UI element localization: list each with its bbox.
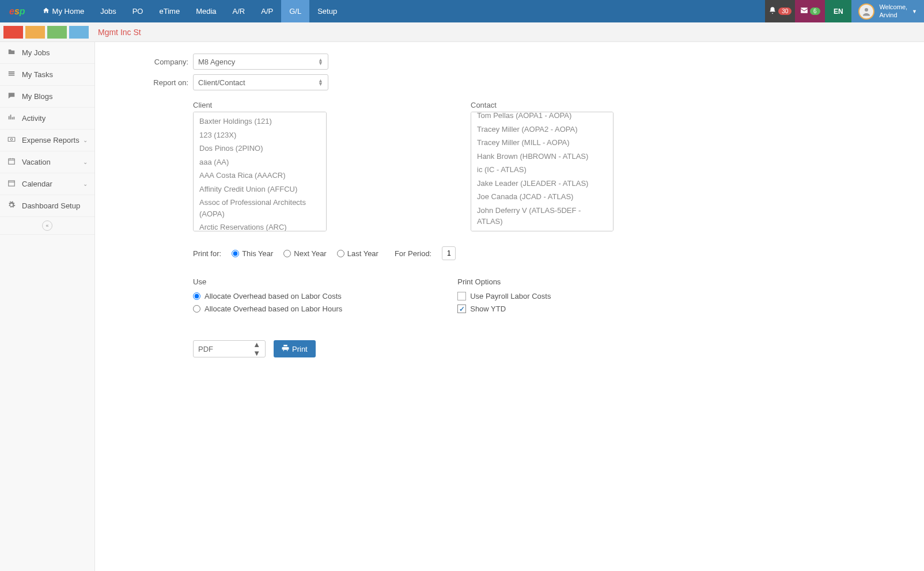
- nav-item-po[interactable]: PO: [124, 0, 152, 22]
- contact-option[interactable]: Tom Pellas (AOPA1 - AOPA): [471, 112, 613, 123]
- contact-option[interactable]: Tracey Miller (MILL - AOPA): [471, 136, 613, 150]
- use-radio-1[interactable]: [193, 305, 200, 313]
- comment-icon: [7, 92, 18, 101]
- report-on-select[interactable]: Client/Contact ▲▼: [193, 74, 328, 90]
- page-title: Mgmt Inc St: [98, 28, 141, 37]
- nav-label: G/L: [289, 7, 301, 16]
- calendar-icon: [7, 157, 18, 167]
- nav-label: My Home: [52, 7, 85, 16]
- nav-label: PO: [132, 7, 143, 16]
- logo: esp: [0, 0, 35, 22]
- sidebar-item-expense-reports[interactable]: Expense Reports⌄: [0, 130, 94, 151]
- mail-badge: 6: [810, 7, 820, 15]
- print-for-radio-0[interactable]: [232, 250, 239, 257]
- period-input[interactable]: [442, 246, 456, 260]
- sidebar-label: Expense Reports: [22, 136, 79, 144]
- client-option[interactable]: Arctic Reservations (ARC): [194, 220, 326, 231]
- nav-item-etime[interactable]: eTime: [151, 0, 188, 22]
- client-option[interactable]: Baxter Holdings (121): [194, 115, 326, 128]
- print-for-opt-label: Last Year: [347, 249, 378, 258]
- print-for-radio-2[interactable]: [337, 250, 344, 257]
- nav-label: A/P: [261, 7, 273, 16]
- contact-option[interactable]: ic (IC - ATLAS): [471, 163, 613, 177]
- language-button[interactable]: EN: [825, 0, 851, 22]
- svg-rect-4: [9, 181, 15, 186]
- sidebar-label: My Jobs: [22, 48, 50, 57]
- report-on-value: Client/Contact: [198, 78, 245, 87]
- nav-label: A/R: [233, 7, 245, 16]
- caret-icon: ▲▼: [253, 340, 260, 357]
- contact-listbox[interactable]: Tom Pellas (AOPA1 - AOPA)Tracey Miller (…: [471, 112, 614, 231]
- company-label: Company:: [118, 58, 188, 66]
- client-label: Client: [193, 101, 327, 109]
- topright: 30 6 EN Welcome, Arvind ▼: [765, 0, 924, 22]
- sidebar-item-dashboard-setup[interactable]: Dashboard Setup: [0, 195, 94, 217]
- sidebar-item-calendar[interactable]: Calendar⌄: [0, 173, 94, 195]
- sidebar-label: Dashboard Setup: [22, 201, 80, 210]
- nav-item-gl[interactable]: G/L: [281, 0, 309, 22]
- print-for-radio-1[interactable]: [283, 250, 291, 257]
- envelope-icon: [800, 6, 808, 16]
- home-icon: [43, 7, 50, 16]
- gear-icon: [7, 201, 18, 211]
- client-option[interactable]: Affinity Credit Union (AFFCU): [194, 182, 326, 196]
- svg-point-0: [865, 8, 868, 12]
- contact-option[interactable]: Joe Canada (JCAD - ATLAS): [471, 190, 613, 204]
- sidebar-label: My Blogs: [22, 92, 52, 101]
- client-option[interactable]: Assoc of Professional Architects (AOPA): [194, 196, 326, 220]
- chevron-down-icon: ⌄: [83, 137, 88, 143]
- sidebar-item-my-jobs[interactable]: My Jobs: [0, 42, 94, 64]
- nav-item-jobs[interactable]: Jobs: [92, 0, 124, 22]
- bell-icon: [768, 6, 777, 16]
- subheader: Mgmt Inc St: [0, 22, 924, 42]
- contact-option[interactable]: John Deferry V (ATLAS-5DEF - ATLAS): [471, 204, 613, 229]
- use-radio-0[interactable]: [193, 292, 200, 300]
- contact-option[interactable]: Penny Frank (PFRANK - ATLAS): [471, 229, 613, 232]
- user-text: Welcome, Arvind: [879, 3, 907, 18]
- nav-item-myhome[interactable]: My Home: [35, 0, 93, 22]
- client-option[interactable]: AAA Costa Rica (AAACR): [194, 169, 326, 182]
- client-option[interactable]: Dos Pinos (2PINO): [194, 142, 326, 155]
- show-ytd-label: Show YTD: [470, 304, 506, 313]
- format-select[interactable]: PDF ▲▼: [193, 340, 266, 357]
- svg-rect-1: [8, 138, 15, 142]
- payroll-checkbox[interactable]: [457, 292, 466, 300]
- folder-icon: [7, 48, 18, 58]
- print-options-label: Print Options: [457, 277, 551, 286]
- messages-button[interactable]: 6: [795, 0, 825, 22]
- notifications-button[interactable]: 30: [765, 0, 795, 22]
- contact-option[interactable]: Hank Brown (HBROWN - ATLAS): [471, 150, 613, 163]
- nav-item-ap[interactable]: A/P: [253, 0, 281, 22]
- nav-item-ar[interactable]: A/R: [225, 0, 253, 22]
- nav-item-media[interactable]: Media: [188, 0, 224, 22]
- sidebar-item-my-tasks[interactable]: My Tasks: [0, 64, 94, 86]
- contact-option[interactable]: Tracey Miller (AOPA2 - AOPA): [471, 123, 613, 136]
- calendar2-icon: [7, 179, 18, 189]
- sidebar-label: Activity: [22, 114, 46, 123]
- print-icon: [282, 344, 289, 353]
- client-listbox[interactable]: Baxter Holdings (121)123 (123X)Dos Pinos…: [193, 112, 327, 231]
- collapse-sidebar-button[interactable]: «: [0, 217, 94, 235]
- company-value: M8 Agency: [198, 58, 235, 66]
- print-button[interactable]: Print: [274, 340, 316, 357]
- client-option[interactable]: 123 (123X): [194, 128, 326, 142]
- use-label: Use: [193, 277, 342, 286]
- show-ytd-checkbox[interactable]: [457, 304, 466, 313]
- print-for-opt-label: Next Year: [294, 249, 326, 258]
- avatar-icon: [858, 3, 874, 20]
- contact-option[interactable]: Jake Leader (JLEADER - ATLAS): [471, 177, 613, 191]
- contact-label: Contact: [471, 101, 614, 109]
- sidebar-item-activity[interactable]: Activity: [0, 108, 94, 130]
- client-option[interactable]: aaa (AA): [194, 155, 326, 169]
- company-select[interactable]: M8 Agency ▲▼: [193, 54, 328, 70]
- sidebar-item-my-blogs[interactable]: My Blogs: [0, 86, 94, 108]
- print-for-opt-label: This Year: [242, 249, 273, 258]
- nav-label: Jobs: [100, 7, 116, 16]
- lang-label: EN: [834, 7, 843, 16]
- nav-item-setup[interactable]: Setup: [309, 0, 345, 22]
- user-menu[interactable]: Welcome, Arvind ▼: [851, 0, 924, 22]
- chevron-left-icon: «: [42, 220, 52, 231]
- report-on-label: Report on:: [118, 78, 188, 87]
- sidebar-item-vacation[interactable]: Vacation⌄: [0, 151, 94, 173]
- money-icon: [7, 135, 18, 145]
